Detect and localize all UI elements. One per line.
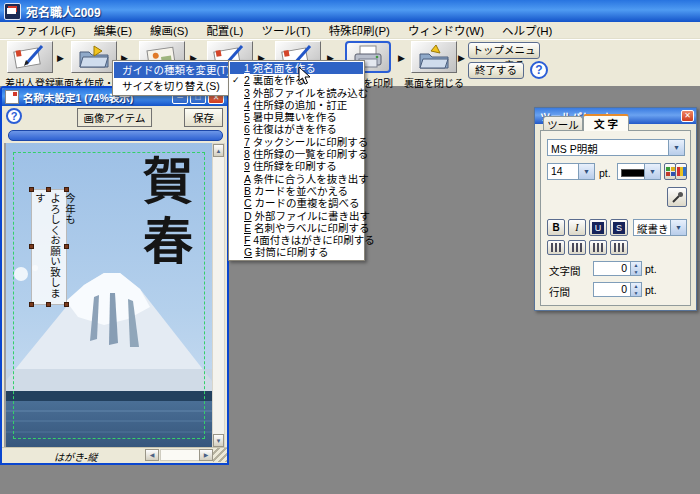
submenu-item-F[interactable]: F 4面付きはがきに印刷する [230,234,363,246]
italic-button[interactable]: I [568,219,586,236]
scroll-left-icon[interactable]: ◀ [145,449,159,461]
color-picker-button[interactable] [675,163,687,180]
menu-item-switch-size[interactable]: サイズを切り替え(S) [114,78,240,94]
folder-close-icon [416,44,452,70]
resize-grip[interactable] [213,448,227,462]
help-button[interactable]: ? [530,61,548,79]
mouse-cursor-icon [298,66,311,87]
selected-text-item[interactable]: 今年も よろしくお願い致します [31,189,67,305]
submenu-item-8[interactable]: 8 住所録の一覧を印刷する [230,148,363,160]
menu-help[interactable]: ヘルプ(H) [493,21,561,39]
submenu-item-4[interactable]: 4 住所録の追加・訂正 [230,99,363,111]
folder-open-icon [76,44,112,70]
grid-lines-button[interactable] [610,240,628,255]
scroll-up-icon[interactable]: ▲ [213,144,224,157]
line-spacing-label: 行間 [549,284,570,299]
char-spacing-field[interactable]: 0 [593,261,631,276]
submenu-item-3[interactable]: 3 外部ファイルを読み込む [230,87,363,99]
submenu-item-1[interactable]: 1 宛名面を作る [230,62,363,74]
document-canvas: 賀春 今年も よろしくお願い致します ▲ ▼ [4,143,225,448]
document-window: 名称未設定1 (74%表示) ─ □ ✕ ? 画像アイテム 保存 [0,86,229,465]
resize-handle[interactable] [64,187,69,192]
resize-handle[interactable] [29,187,34,192]
line-spacing-unit: pt. [645,284,657,296]
char-spacing-button[interactable] [568,240,586,255]
info-bar[interactable] [8,130,223,141]
toolbar-button-close-back[interactable]: 裏面を閉じる [410,41,458,85]
chevron-down-icon[interactable]: ▼ [670,220,686,235]
submenu-item-C[interactable]: C カードの重複を調べる [230,197,363,209]
rainbow-icon [677,167,686,176]
shadow-button[interactable]: S [610,219,628,236]
font-select[interactable]: MS P明朝 ▼ [547,139,685,156]
application-window: 宛名職人2009 ファイル(F) 編集(E) 線画(S) 配置(L) ツール(T… [0,0,700,494]
line-pitch-icon [593,243,603,252]
submenu-item-6[interactable]: 6 往復はがきを作る [230,123,363,135]
char-spacing-label: 文字間 [549,263,581,278]
tab-text[interactable]: 文 字 [583,114,629,131]
line-spacing-field[interactable]: 0 [593,282,631,297]
exit-button[interactable]: 終了する [468,62,524,79]
document-help-button[interactable]: ? [6,108,22,124]
vertical-scrollbar[interactable]: ▲ ▼ [212,143,225,448]
eyedropper-button[interactable] [667,187,687,207]
chevron-down-icon[interactable]: ▼ [578,164,594,179]
submenu-item-D[interactable]: D 外部ファイルに書き出す [230,210,363,222]
title-bar: 宛名職人2009 [0,0,700,22]
menu-window[interactable]: ウィンドウ(W) [399,21,493,39]
font-color-select[interactable]: ▼ [617,163,661,180]
save-button[interactable]: 保存 [184,108,223,127]
resize-handle[interactable] [64,244,69,249]
menu-bar: ファイル(F) 編集(E) 線画(S) 配置(L) ツール(T) 特殊印刷(P)… [0,22,700,39]
grid-lines-icon [614,243,624,252]
line-spacing-stepper[interactable]: ▲▼ [630,282,642,297]
submenu-item-E[interactable]: E 名刺やラベルに印刷する [230,222,363,234]
submenu-item-9[interactable]: 9 住所録を印刷する [230,160,363,172]
document-status-bar: はがき-縦 ◀ ▶ [2,447,227,463]
chevron-down-icon[interactable]: ▼ [644,164,660,179]
resize-handle[interactable] [29,244,34,249]
horizontal-scrollbar[interactable] [160,449,200,461]
palette-body: MS P明朝 ▼ 14 ▼ pt. ▼ B I [540,130,691,306]
toolbar-button-create-open-back[interactable]: 裏面を作成・開く [70,41,118,85]
menu-special-print[interactable]: 特殊印刷(P) [320,21,399,39]
font-size-select[interactable]: 14 ▼ [547,163,595,180]
menu-tools[interactable]: ツール(T) [252,21,319,39]
submenu-item-B[interactable]: B カードを並べかえる [230,185,363,197]
submenu-item-5[interactable]: 5 暑中見舞いを作る [230,111,363,123]
submenu-item-G[interactable]: G 封筒に印刷する [230,246,363,258]
tool-palette: ツールパレット ✕ ツール 文 字 MS P明朝 ▼ 14 ▼ pt. ▼ [534,107,697,311]
postcard-photo[interactable]: 賀春 今年も よろしくお願い致します [6,143,212,448]
scroll-down-icon[interactable]: ▼ [213,434,224,447]
bold-button[interactable]: B [547,219,565,236]
menu-drawing[interactable]: 線画(S) [141,21,197,39]
char-pitch-button[interactable] [547,240,565,255]
resize-handle[interactable] [46,302,51,307]
submenu-item-7[interactable]: 7 タックシールに印刷する [230,136,363,148]
submenu-item-A[interactable]: A 条件に合う人を抜き出す [230,173,363,185]
postcard-pen-icon [12,44,48,70]
resize-handle[interactable] [46,187,51,192]
tab-tool[interactable]: ツール [543,116,583,131]
chevron-down-icon[interactable]: ▼ [668,140,684,155]
orientation-select[interactable]: 縦書き ▼ [633,219,687,236]
palette-close-button[interactable]: ✕ [681,110,694,122]
char-spacing-icon [572,243,582,252]
eyedropper-icon [671,191,684,204]
back-to-top-menu-button[interactable]: トップメニューへ戻る [468,42,540,59]
line-pitch-button[interactable] [589,240,607,255]
underline-button[interactable]: U [589,219,607,236]
char-spacing-stepper[interactable]: ▲▼ [630,261,642,276]
resize-handle[interactable] [64,302,69,307]
submenu-item-2[interactable]: ✓2 裏面を作る [230,74,363,86]
resize-handle[interactable] [29,302,34,307]
toolbar-button-sender-register[interactable]: 差出人登録 [6,41,54,85]
scroll-right-icon[interactable]: ▶ [199,449,213,461]
menu-edit[interactable]: 編集(E) [85,21,141,39]
menu-item-change-guide-type[interactable]: ガイドの種類を変更(T) ▶ [114,62,240,78]
document-icon [5,90,19,104]
color-swatch [621,169,645,177]
item-type-button[interactable]: 画像アイテム [77,108,153,127]
menu-file[interactable]: ファイル(F) [6,21,85,39]
menu-layout[interactable]: 配置(L) [197,21,252,39]
